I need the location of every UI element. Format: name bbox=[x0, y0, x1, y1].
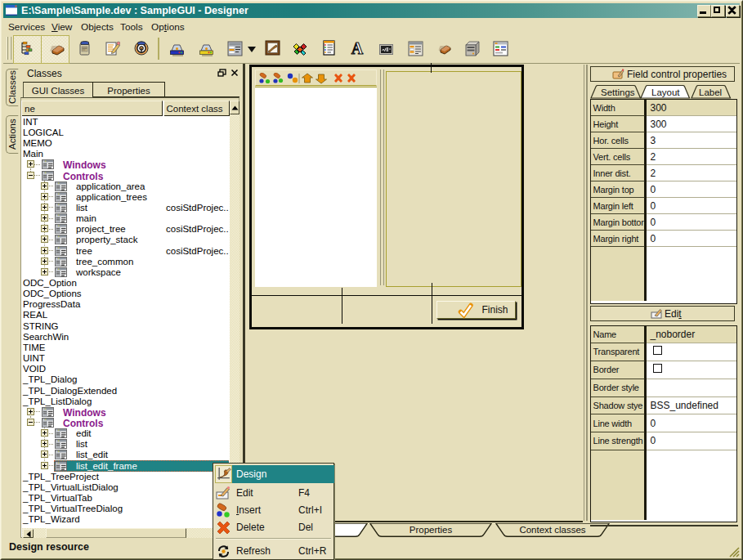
svg-text:Settings: Settings bbox=[601, 87, 635, 97]
svg-text:Label: Label bbox=[699, 87, 722, 97]
svg-text:Layout: Layout bbox=[651, 87, 680, 97]
svg-text:Properties: Properties bbox=[410, 525, 453, 535]
svg-text:A: A bbox=[351, 40, 364, 56]
svg-text:Context classes: Context classes bbox=[519, 525, 585, 535]
